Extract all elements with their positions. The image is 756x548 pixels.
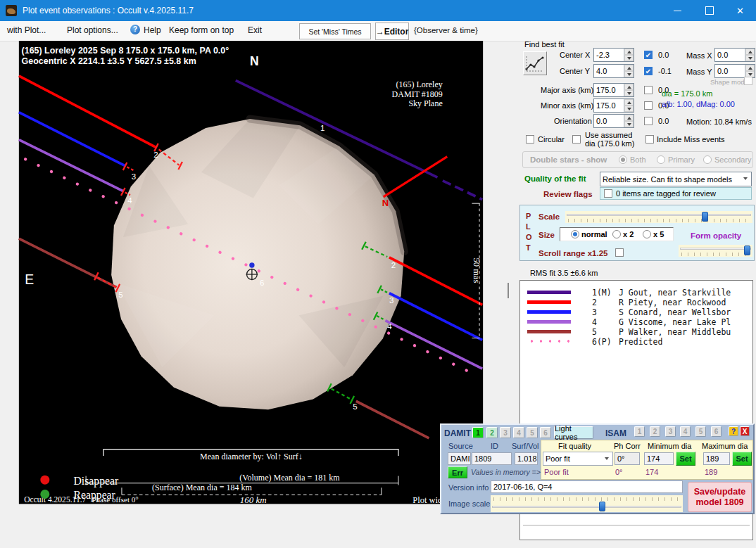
scale-slider-thumb[interactable] [702,212,708,222]
memory-ph-value: 0° [615,468,623,476]
center-y-input[interactable]: 4.0 [593,64,634,78]
damit-tab-4[interactable]: 4 [513,427,524,438]
maximize-button[interactable] [693,0,725,21]
source-col: Source [448,442,473,450]
isam-tab-2[interactable]: 2 [650,426,660,437]
menu-with-plot[interactable]: with Plot... [7,25,46,35]
chord-label-6: 6 [260,279,264,287]
mass-x-input[interactable]: 0.0 [714,48,755,62]
volume-diameter-caption: (Volume) Mean dia = 181 km [239,473,340,483]
circular-check[interactable] [526,135,534,144]
observer-row-6[interactable]: 6(P) Predicted [520,337,550,347]
minimize-button[interactable] [662,0,693,21]
observer-row-1[interactable]: 1(M) J Gout, near Starkville [520,288,550,298]
close-button[interactable]: ✕ [724,0,756,21]
observer-and-time-button[interactable]: {Observer & time} [414,26,478,34]
occult-plot-window: Plot event observations : Occult v.4.202… [0,0,756,548]
size-x5-radio[interactable] [643,230,651,238]
fit-quality-dropdown[interactable]: Poor fit [543,452,613,466]
model-caption-damit: DAMIT #1809 [392,89,443,99]
editor-button[interactable]: →Editor [375,23,409,40]
isam-tab-4[interactable]: 4 [680,426,691,437]
best-fit-chart-button[interactable] [523,51,547,75]
set-max-button[interactable]: Set [732,452,752,466]
observer-row-2[interactable]: 2 R Piety, near Rockwood [520,298,550,307]
sky-plane-plot[interactable]: 1 2 3 4 5 2 3 4 5 6 N (165) Loreley 2025… [0,41,502,542]
max-dia-value[interactable]: 189 [703,452,730,465]
form-opacity-slider[interactable] [679,245,752,257]
form-opacity-thumb[interactable] [744,246,750,255]
damit-tab-5[interactable]: 5 [527,427,538,438]
quality-label: Quality of the fit [524,174,586,183]
source-value: DAMIT [448,452,471,465]
damit-tab-2[interactable]: 2 [486,427,498,438]
double-primary-radio[interactable] [657,155,665,164]
major-axis-input[interactable]: 175.0 [593,83,634,97]
quality-dropdown[interactable]: Reliable size. Can fit to shape models [600,172,752,186]
double-both-radio[interactable] [619,155,627,164]
center-y-check[interactable]: ✔ [644,67,653,75]
isam-tab-3[interactable]: 3 [665,426,676,437]
chord-label-4r: 4 [387,322,392,331]
scale-slider[interactable] [565,211,752,223]
double-secondary-radio[interactable] [703,155,712,164]
panel-close-button[interactable]: X [740,426,750,436]
id-value[interactable]: 1809 [472,452,512,465]
mass-x-label: Mass X [686,51,712,60]
image-scale-thumb[interactable] [599,502,605,511]
include-miss-check[interactable] [645,135,654,144]
size-x2-radio[interactable] [612,230,621,238]
minor-axis-check[interactable] [644,101,653,110]
major-axis-check[interactable] [644,86,653,94]
mass-y-input[interactable]: 0.0 [714,64,755,78]
review-flags-check[interactable] [604,189,612,198]
center-x-spinner[interactable] [624,49,634,61]
scroll-range-check[interactable] [615,248,624,257]
set-miss-times-button[interactable]: Set 'Miss' Times [299,23,371,39]
help-button[interactable]: ? [729,426,738,436]
observer-row-4[interactable]: 4 G Viscome, near Lake Pl [520,317,550,327]
center-x-check[interactable]: ✔ [644,51,653,59]
ph-corr-value[interactable]: 0° [615,452,640,465]
light-curves-button[interactable]: Light curves [554,426,593,439]
close-icon: ✕ [736,6,744,15]
version-info-value[interactable]: 2017-06-16, Q=4 [491,480,683,493]
shape-model-check[interactable] [744,77,752,85]
orientation-spinner[interactable] [624,115,634,127]
values-in-memory-label: Values in memory => [471,468,541,476]
damit-tab-3[interactable]: 3 [500,427,511,438]
mass-x-spinner[interactable] [745,49,755,61]
menu-plot-options[interactable]: Plot options... [67,25,118,35]
damit-tab-1[interactable]: 1 [472,427,484,438]
orientation-check[interactable] [644,117,653,125]
menu-exit[interactable]: Exit [248,25,262,35]
minor-axis-input[interactable]: 175.0 [593,98,634,113]
damit-tab-6[interactable]: 6 [540,427,551,438]
set-min-button[interactable]: Set [676,452,695,466]
panel-splitter[interactable] [508,283,509,298]
isam-tab-5[interactable]: 5 [695,426,706,437]
observer-row-5[interactable]: 5 P Walker, near Middlebu [520,327,550,337]
observer-3-colorbar [527,310,571,314]
center-x-input[interactable]: -2.3 [593,48,634,62]
center-y-spinner[interactable] [624,65,634,77]
image-scale-slider[interactable] [491,495,683,512]
memory-fit-value: Poor fit [544,468,569,476]
save-update-model-button[interactable]: Save/update model 1809 [688,482,752,512]
orientation-input[interactable]: 0.0 [593,114,634,128]
menu-help[interactable]: Help [144,25,161,35]
isam-tab-1[interactable]: 1 [634,426,645,437]
menu-keep-form-on-top[interactable]: Keep form on top [169,25,234,35]
reappear-dot-icon [40,490,49,499]
major-axis-label: Major axis (km) [541,86,593,94]
size-normal-radio[interactable] [571,230,579,238]
err-button[interactable]: Err [448,466,467,478]
isam-tab-6[interactable]: 6 [711,426,722,437]
minor-axis-spinner[interactable] [624,99,634,112]
mass-y-spinner[interactable] [745,65,755,77]
major-axis-spinner[interactable] [624,84,634,96]
observer-row-3[interactable]: 3 S Conard, near Wellsbor [520,307,550,317]
ph-corr-col: Ph Corr [614,442,641,450]
use-assumed-check[interactable] [572,135,581,144]
min-dia-value[interactable]: 174 [644,452,674,465]
